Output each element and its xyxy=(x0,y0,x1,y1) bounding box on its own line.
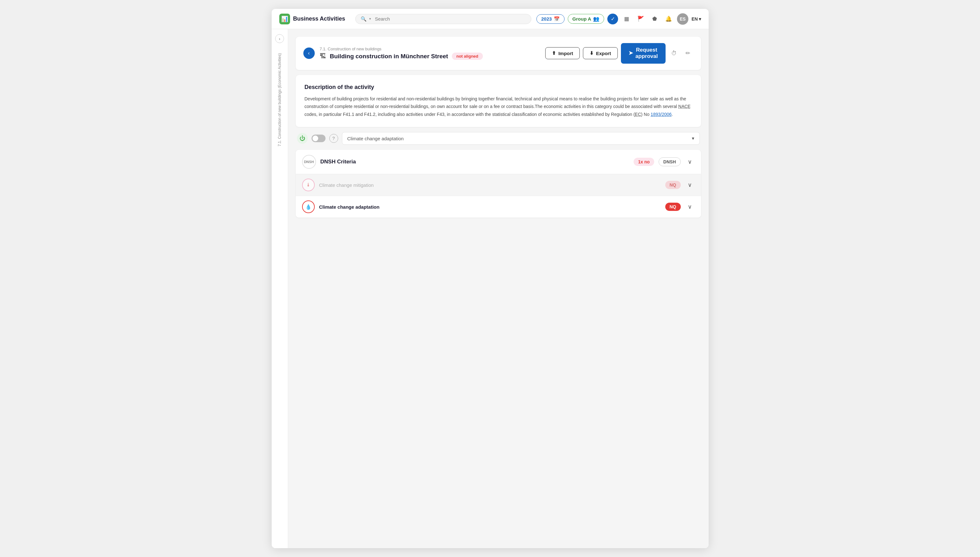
group-label: Group A xyxy=(573,16,591,21)
status-badge: not aligned xyxy=(452,52,483,60)
badge-1x-no: 1x no xyxy=(633,158,654,166)
sidebar-toggle[interactable]: › xyxy=(275,34,284,43)
language-label: EN xyxy=(692,16,698,21)
table-icon: ▦ xyxy=(624,16,629,22)
edit-icon: ✏ xyxy=(685,50,690,57)
adaptation-expand-button[interactable]: ∨ xyxy=(685,202,695,212)
request-approval-label: Requestapproval xyxy=(635,47,658,60)
activity-actions: ⬆ Import ⬇ Export ➤ Requestapproval ⏱ xyxy=(545,43,693,64)
adaptation-icon: 💧 xyxy=(305,204,312,210)
header: 📊 Business Activities 🔍 ▾ 2023 📅 Group A… xyxy=(272,9,709,29)
criteria-card: DNSH DNSH Criteria 1x no DNSH ∨ 🌡 Climat… xyxy=(296,150,701,218)
app-title: Business Activities xyxy=(293,16,345,22)
activity-supertitle: 7.1. Construction of new buildings xyxy=(320,47,540,51)
sidebar-label: 7.1. Construction of new buildings (Econ… xyxy=(277,53,282,146)
regulation-link[interactable]: 1893/2006 xyxy=(651,112,672,117)
power-icon-symbol: ⏻ xyxy=(300,135,305,142)
main-layout: › 7.1. Construction of new buildings (Ec… xyxy=(272,29,709,548)
criteria-dropdown[interactable]: Climate change adaptation ▾ xyxy=(342,132,700,145)
table-view-button[interactable]: ▦ xyxy=(621,14,632,24)
import-label: Import xyxy=(558,50,573,56)
subcriteria-adaptation-row[interactable]: 💧 Climate change adaptation NQ ∨ xyxy=(296,196,701,218)
org-button[interactable]: ⬟ xyxy=(649,14,660,24)
check-icon: ✓ xyxy=(611,16,615,22)
sidebar: › 7.1. Construction of new buildings (Ec… xyxy=(272,29,288,548)
toggle-switch[interactable] xyxy=(312,135,326,142)
description-card: Description of the activity Development … xyxy=(296,75,701,127)
request-approval-button[interactable]: ➤ Requestapproval xyxy=(621,43,666,64)
download-icon: ⬇ xyxy=(589,50,594,56)
adaptation-icon-circle: 💧 xyxy=(302,200,315,213)
year-badge[interactable]: 2023 📅 xyxy=(536,14,564,24)
content-area: ‹ 7.1. Construction of new buildings 🏗 B… xyxy=(288,29,709,548)
history-button[interactable]: ⏱ xyxy=(669,48,679,59)
subcriteria-mitigation-row[interactable]: 🌡 Climate change mitigation NQ ∨ xyxy=(296,174,701,196)
check-button[interactable]: ✓ xyxy=(607,14,618,24)
edit-button[interactable]: ✏ xyxy=(683,48,693,59)
mitigation-icon-circle: 🌡 xyxy=(302,179,315,191)
description-title: Description of the activity xyxy=(304,84,692,91)
upload-icon: ⬆ xyxy=(552,50,556,56)
activity-name-row: 🏗 Building construction in Münchner Stre… xyxy=(320,52,540,60)
help-button[interactable]: ? xyxy=(329,134,338,143)
notifications-button[interactable]: 🔔 xyxy=(663,14,674,24)
org-icon: ⬟ xyxy=(652,16,657,22)
dnsh-logo: DNSH xyxy=(302,155,316,169)
dropdown-arrow-icon: ▾ xyxy=(692,135,694,141)
flag-button[interactable]: 🚩 xyxy=(635,14,646,24)
criteria-header[interactable]: DNSH DNSH Criteria 1x no DNSH ∨ xyxy=(296,150,701,174)
search-dropdown-arrow[interactable]: ▾ xyxy=(369,17,371,21)
activity-info: 7.1. Construction of new buildings 🏗 Bui… xyxy=(320,47,540,60)
adaptation-name: Climate change adaptation xyxy=(319,204,661,210)
search-icon: 🔍 xyxy=(361,16,367,22)
selector-row: ⏻ ? Climate change adaptation ▾ xyxy=(296,132,701,145)
description-text: Development of building projects for res… xyxy=(304,95,692,119)
dropdown-value: Climate change adaptation xyxy=(347,136,404,141)
lang-dropdown-icon: ▾ xyxy=(699,16,701,21)
adaptation-badge: NQ xyxy=(665,203,681,211)
year-label: 2023 xyxy=(541,16,552,21)
calendar-icon: 📅 xyxy=(554,16,560,22)
back-button[interactable]: ‹ xyxy=(303,47,315,59)
activity-card: ‹ 7.1. Construction of new buildings 🏗 B… xyxy=(296,37,701,70)
group-badge[interactable]: Group A 👥 xyxy=(568,14,604,24)
search-bar[interactable]: 🔍 ▾ xyxy=(355,14,531,24)
language-selector[interactable]: EN ▾ xyxy=(692,16,701,21)
power-button[interactable]: ⏻ xyxy=(297,133,308,144)
mitigation-icon: 🌡 xyxy=(306,182,311,188)
criteria-name: DNSH Criteria xyxy=(321,159,630,165)
send-icon: ➤ xyxy=(628,50,633,56)
mitigation-badge: NQ xyxy=(665,181,681,189)
export-label: Export xyxy=(596,50,611,56)
back-arrow-icon: ‹ xyxy=(308,50,310,56)
help-icon-label: ? xyxy=(332,136,335,141)
bell-icon: 🔔 xyxy=(665,16,672,22)
mitigation-expand-button[interactable]: ∨ xyxy=(685,180,695,190)
header-right: 2023 📅 Group A 👥 ✓ ▦ 🚩 ⬟ 🔔 ES xyxy=(536,13,701,25)
activity-name: Building construction in Münchner Street xyxy=(330,53,448,60)
group-people-icon: 👥 xyxy=(593,16,599,22)
activity-building-icon: 🏗 xyxy=(320,52,326,60)
search-input[interactable] xyxy=(375,16,526,21)
criteria-expand-button[interactable]: ∨ xyxy=(685,157,695,166)
nace-label: NACE xyxy=(678,104,690,109)
app-window: 📊 Business Activities 🔍 ▾ 2023 📅 Group A… xyxy=(272,9,709,548)
history-icon: ⏱ xyxy=(671,50,677,57)
logo-icon: 📊 xyxy=(279,14,290,24)
flag-icon: 🚩 xyxy=(637,16,644,22)
import-button[interactable]: ⬆ Import xyxy=(545,47,580,59)
user-avatar[interactable]: ES xyxy=(677,13,689,25)
mitigation-name: Climate change mitigation xyxy=(319,182,661,188)
ec-label: EC xyxy=(635,112,641,117)
badge-dnsh: DNSH xyxy=(659,157,681,166)
header-logo: 📊 Business Activities xyxy=(279,14,345,24)
export-button[interactable]: ⬇ Export xyxy=(583,47,618,59)
